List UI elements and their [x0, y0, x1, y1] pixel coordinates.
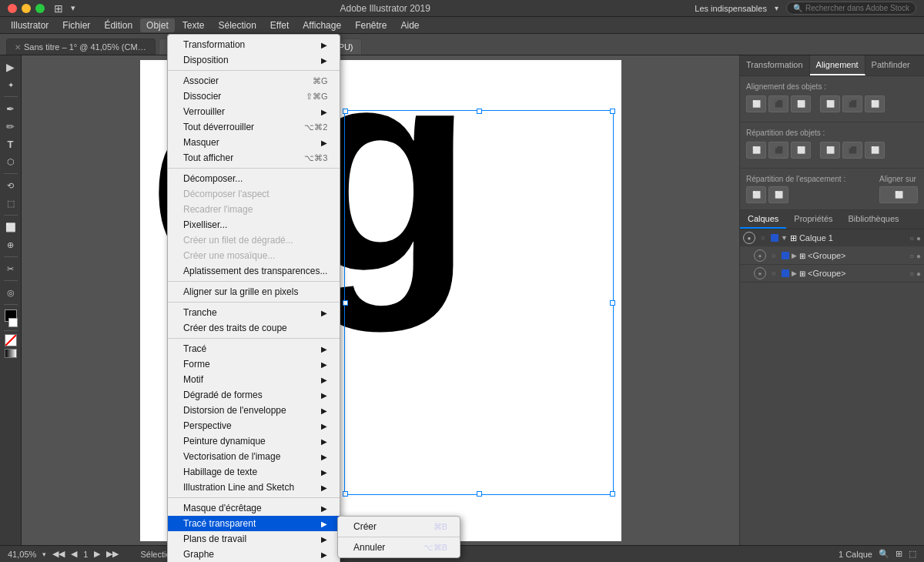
tab-transformation[interactable]: Transformation — [740, 55, 810, 75]
menu-filet-degrade[interactable]: Créer un filet de dégradé... — [168, 232, 340, 248]
align-top[interactable]: ⬜ — [820, 95, 840, 112]
menu-texte[interactable]: Texte — [176, 18, 211, 32]
tool-rotate[interactable]: ⟲ — [2, 177, 19, 194]
menu-edition[interactable]: Édition — [98, 18, 139, 32]
menu-effet[interactable]: Effet — [264, 18, 295, 32]
layer-3-expand[interactable]: ▶ — [792, 269, 797, 277]
align-bottom[interactable]: ⬜ — [865, 95, 885, 112]
layers-tab-calques[interactable]: Calques — [740, 210, 786, 229]
dist-bottom[interactable]: ⬜ — [865, 142, 885, 159]
layer-2-lock[interactable]: ○ — [768, 250, 779, 261]
close-button[interactable] — [8, 4, 17, 13]
layer-row-1[interactable]: ● ○ ▼ ⊞ Calque 1 ○ ● — [740, 229, 924, 247]
align-left[interactable]: ⬜ — [746, 95, 766, 112]
tool-paintbucket[interactable]: ⬜ — [2, 219, 19, 236]
dist-center-v[interactable]: ⬛ — [842, 142, 862, 159]
align-right[interactable]: ⬜ — [791, 95, 811, 112]
space-h[interactable]: ⬜ — [746, 186, 766, 203]
menu-trace[interactable]: Tracé ▶ — [168, 341, 340, 356]
layer-3-lock[interactable]: ○ — [768, 268, 779, 279]
tool-eyedropper[interactable]: ⊕ — [2, 236, 19, 253]
menu-tout-afficher[interactable]: Tout afficher ⌥⌘3 — [168, 150, 340, 166]
tool-select[interactable]: ▶ — [2, 59, 19, 75]
align-to-selection[interactable]: ⬜ — [879, 186, 918, 203]
page-next[interactable]: ▶ — [94, 549, 100, 559]
dist-top[interactable]: ⬜ — [820, 142, 840, 159]
layer-1-lock[interactable]: ○ — [758, 232, 768, 243]
tool-stroke-color[interactable] — [8, 318, 18, 327]
align-center-h[interactable]: ⬛ — [768, 95, 788, 112]
menu-forme[interactable]: Forme ▶ — [168, 356, 340, 372]
tool-pen[interactable]: ✒ — [2, 100, 19, 117]
menu-objet[interactable]: Objet — [140, 18, 175, 32]
menu-aligner-grille[interactable]: Aligner sur la grille en pixels — [168, 284, 340, 299]
menu-fichier[interactable]: Fichier — [56, 18, 96, 32]
menu-associer[interactable]: Associer ⌘G — [168, 73, 340, 89]
tool-direct-select[interactable]: ✦ — [2, 76, 19, 93]
menu-decomposer[interactable]: Décomposer... — [168, 171, 340, 186]
tab-pathfinder[interactable]: Pathfinder — [865, 55, 916, 75]
menu-habillage-texte[interactable]: Habillage de texte ▶ — [168, 464, 340, 480]
submenu-annuler[interactable]: Annuler ⌥⌘B — [338, 540, 460, 555]
space-v[interactable]: ⬜ — [768, 186, 788, 203]
layer-1-eye[interactable]: ● — [743, 232, 755, 244]
menu-recadrer[interactable]: Recadrer l'image — [168, 202, 340, 217]
page-next2[interactable]: ▶▶ — [106, 549, 119, 559]
menu-mosaique[interactable]: Créer une mosaïque... — [168, 248, 340, 263]
menu-peinture-dynamique[interactable]: Peinture dynamique ▶ — [168, 433, 340, 449]
status-search-icon[interactable]: 🔍 — [879, 549, 889, 559]
menu-disposition[interactable]: Disposition ▶ — [168, 52, 340, 68]
essentials-label[interactable]: Les indispensables — [695, 4, 767, 13]
menu-trace-transparent[interactable]: Tracé transparent ▶ Créer ⌘B Annuler ⌥⌘B — [168, 516, 340, 531]
menu-plans-travail[interactable]: Plans de travail ▶ — [168, 531, 340, 547]
menu-motif[interactable]: Motif ▶ — [168, 372, 340, 387]
layer-1-expand[interactable]: ▼ — [781, 234, 788, 242]
tool-zoom[interactable]: ◎ — [2, 284, 19, 301]
menu-graphe[interactable]: Graphe ▶ — [168, 547, 340, 562]
menu-decomposer-aspect[interactable]: Décomposer l'aspect — [168, 186, 340, 202]
tool-none[interactable] — [5, 334, 17, 346]
menu-degrade-formes[interactable]: Dégradé de formes ▶ — [168, 387, 340, 403]
menu-pixelliser[interactable]: Pixelliser... — [168, 217, 340, 232]
tool-gradient[interactable] — [5, 349, 17, 358]
layer-2-expand[interactable]: ▶ — [792, 252, 797, 259]
menu-fenetre[interactable]: Fenêtre — [349, 18, 393, 32]
menu-aplatissement[interactable]: Aplatissement des transparences... — [168, 263, 340, 279]
menu-transformation[interactable]: Transformation ▶ — [168, 37, 340, 52]
page-prev[interactable]: ◀◀ — [52, 549, 65, 559]
layer-3-eye[interactable]: ● — [754, 267, 766, 279]
tool-shape[interactable]: ⬡ — [2, 153, 19, 170]
status-layers-icon[interactable]: ⊞ — [896, 549, 902, 559]
tool-scale[interactable]: ⬚ — [2, 195, 19, 212]
tab-alignement[interactable]: Alignement — [810, 55, 865, 75]
handle-tm[interactable] — [477, 109, 482, 114]
dist-left[interactable]: ⬜ — [746, 142, 766, 159]
menu-selection[interactable]: Sélection — [212, 18, 262, 32]
dist-center-h[interactable]: ⬛ — [768, 142, 788, 159]
menu-traits-coupe[interactable]: Créer des traits de coupe — [168, 320, 340, 336]
menu-illustrator[interactable]: Illustrator — [5, 18, 55, 32]
tab-1[interactable]: ✕ Sans titre – 1° @ 41,05% (CMJN/Aper… — [6, 38, 156, 55]
window-dropdown-icon[interactable]: ▾ — [71, 3, 75, 13]
status-artboard-icon[interactable]: ⬚ — [909, 549, 916, 559]
submenu-creer[interactable]: Créer ⌘B — [338, 519, 460, 534]
page-prev2[interactable]: ◀ — [71, 549, 77, 559]
layers-tab-bibliotheques[interactable]: Bibliothèques — [841, 210, 907, 229]
essentials-dropdown-icon[interactable]: ▾ — [775, 4, 778, 12]
menu-masquer[interactable]: Masquer ▶ — [168, 135, 340, 150]
handle-bl[interactable] — [343, 491, 348, 497]
handle-br[interactable] — [610, 491, 615, 497]
layer-2-eye[interactable]: ● — [754, 249, 766, 262]
layer-row-2[interactable]: ● ○ ▶ ⊞ <Groupe> ○ ● — [740, 247, 924, 265]
handle-tr[interactable] — [610, 109, 615, 114]
menu-tranche[interactable]: Tranche ▶ — [168, 305, 340, 320]
handle-mr[interactable] — [610, 300, 615, 306]
tab-1-close[interactable]: ✕ — [15, 43, 21, 52]
tool-scissors[interactable]: ✂ — [2, 260, 19, 277]
menu-aide[interactable]: Aide — [394, 18, 425, 32]
menu-vectorisation[interactable]: Vectorisation de l'image ▶ — [168, 449, 340, 464]
minimize-button[interactable] — [22, 4, 31, 13]
align-center-v[interactable]: ⬛ — [842, 95, 862, 112]
zoom-dropdown-icon[interactable]: ▾ — [42, 550, 46, 558]
menu-masque-ecretage[interactable]: Masque d'écrêtage ▶ — [168, 500, 340, 516]
